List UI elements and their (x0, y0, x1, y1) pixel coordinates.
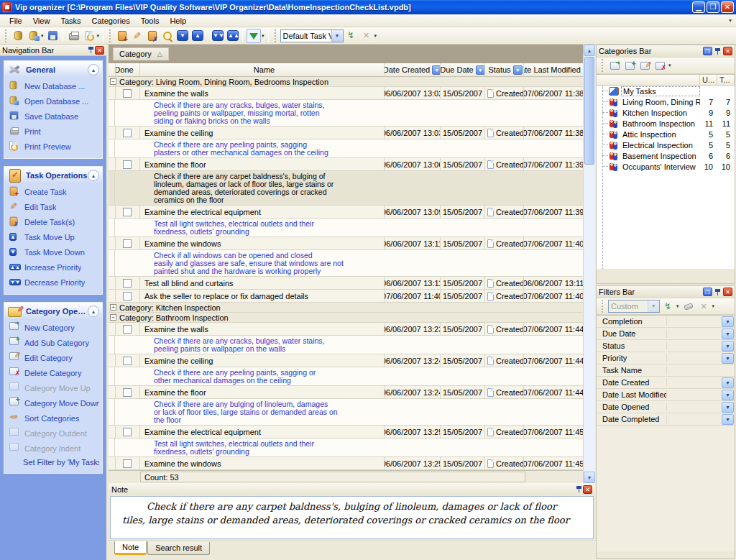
collapse-icon[interactable]: − (110, 314, 116, 321)
nav-item-print[interactable]: Print (4, 124, 102, 139)
nav-item-task-move-down[interactable]: ▼ Task Move Down (4, 244, 102, 260)
menu-tasks[interactable]: Tasks (55, 16, 86, 26)
filter-dropdown-icon[interactable]: ▼ (722, 353, 734, 364)
collapse-icon[interactable]: − (110, 78, 116, 85)
find-icon[interactable] (160, 29, 175, 43)
toolbar-overflow-icon[interactable]: ▾ (729, 17, 732, 24)
column-header-name[interactable]: Name (140, 63, 385, 76)
task-note-row[interactable]: Check if there are any peeling paints, s… (109, 139, 583, 158)
task-view-combobox[interactable]: Default Task View ▼ (280, 29, 344, 42)
done-checkbox[interactable] (123, 160, 132, 169)
pin-icon[interactable] (714, 288, 722, 296)
restore-panel-icon[interactable]: ❐ (703, 288, 712, 296)
category-tree-item[interactable]: Attic Inspection 5 5 (597, 129, 735, 139)
pin-icon[interactable] (575, 485, 583, 493)
done-checkbox[interactable] (123, 279, 132, 288)
task-row[interactable]: Examine the walls 06/06/2007 13:23 15/05… (109, 323, 583, 336)
open-database-icon[interactable] (26, 29, 40, 43)
filter-value[interactable] (667, 389, 722, 400)
task-move-up-icon[interactable]: ▲ (190, 29, 205, 43)
task-row[interactable]: Examine the ceiling 06/06/2007 13:24 15/… (109, 354, 583, 367)
category-tree-item[interactable]: Basement Inspection 6 6 (597, 150, 735, 161)
nav-section-header[interactable]: General ▲ (4, 61, 102, 78)
save-database-icon[interactable] (46, 29, 60, 43)
nav-section-header[interactable]: Task Operations ▲ (4, 167, 102, 184)
task-row[interactable]: Examine the floor 06/06/2007 13:24 15/05… (109, 386, 583, 399)
scroll-down-icon[interactable]: ▼ (584, 472, 595, 483)
pin-icon[interactable] (714, 47, 722, 55)
nav-item-decrease-priority[interactable]: ▼▼ Decrease Priority (4, 275, 102, 290)
nav-item-delete-task-s-[interactable]: Delete Task(s) (4, 214, 102, 229)
filter-icon[interactable] (247, 29, 261, 43)
category-row[interactable]: − Category: Living Room, Dining Room, Be… (109, 77, 583, 87)
filter-dropdown-icon[interactable]: ▼ (722, 377, 734, 388)
scroll-up-icon[interactable]: ▲ (584, 45, 595, 56)
nav-item-sort-categories[interactable]: Sort Categories (4, 410, 102, 426)
filters-toolbar-overflow-icon[interactable]: ▾ (712, 303, 715, 309)
close-panel-icon[interactable]: ✕ (583, 485, 592, 494)
menu-help[interactable]: Help (165, 16, 191, 26)
menu-file[interactable]: File (4, 16, 27, 26)
close-panel-icon[interactable]: ✕ (723, 47, 732, 55)
apply-view-icon[interactable] (344, 29, 359, 43)
collapse-section-icon[interactable]: ▲ (88, 64, 99, 75)
column-filter-dropdown-icon[interactable]: ▼ (476, 65, 485, 75)
nav-item-open-database-[interactable]: Open Database ... (4, 93, 102, 109)
filter-dropdown-icon[interactable]: ▾ (262, 33, 264, 39)
nav-section-header[interactable]: Category Operations ▲ (4, 303, 102, 320)
task-note-row[interactable]: Check if there are any peeling paints, s… (109, 367, 583, 386)
note-content[interactable]: Check if there are any carpet baldness's… (110, 496, 594, 539)
collapse-section-icon[interactable]: ▲ (88, 306, 99, 317)
task-row[interactable]: Examine the windows 06/06/2007 13:11 15/… (109, 237, 583, 250)
expand-icon[interactable]: + (110, 304, 116, 311)
close-panel-icon[interactable]: ✕ (95, 46, 104, 55)
filter-dropdown-icon[interactable]: ▼ (722, 329, 734, 339)
nav-item-print-preview[interactable]: Print Preview (4, 139, 102, 154)
nav-item-create-task[interactable]: Create Task (4, 184, 102, 199)
category-tree-item[interactable]: Bathroom Inspection 11 11 (597, 118, 735, 129)
filter-preset-dropdown-icon[interactable]: ▼ (648, 300, 659, 312)
menu-categories[interactable]: Categories (87, 16, 135, 26)
nav-item-category-indent[interactable]: Category Indent (4, 441, 102, 456)
menu-tools[interactable]: Tools (136, 16, 165, 26)
nav-item-increase-priority[interactable]: ▲▲ Increase Priority (4, 260, 102, 275)
print-preview-icon[interactable] (82, 29, 96, 43)
filter-value[interactable] (667, 401, 722, 413)
edit-task-icon[interactable] (130, 29, 144, 43)
filter-dropdown-icon[interactable]: ▼ (722, 316, 734, 327)
minimize-button[interactable]: ▁ (692, 1, 705, 13)
done-checkbox[interactable] (123, 388, 132, 397)
filter-preset-combobox[interactable]: Custom ▼ (608, 300, 660, 313)
filter-value[interactable] (667, 377, 722, 388)
task-move-down-icon[interactable]: ▼ (175, 29, 190, 43)
filter-dropdown-icon[interactable]: ▼ (722, 390, 734, 400)
edit-category-icon[interactable] (638, 59, 652, 72)
done-checkbox[interactable] (123, 325, 132, 334)
category-tree-item[interactable]: My Tasks (597, 86, 735, 96)
new-category-icon[interactable] (608, 59, 622, 72)
task-note-row[interactable]: Test all light switches, electrical outl… (109, 219, 583, 237)
filter-value[interactable] (667, 328, 722, 339)
category-tree-item[interactable]: Living Room, Dining Room, Bedrooms Inspe… (597, 96, 735, 107)
pin-icon[interactable] (87, 46, 95, 54)
task-row[interactable]: Examine the windows 06/06/2007 13:25 15/… (109, 457, 583, 470)
column-header-date-created[interactable]: Date Created▼ (385, 63, 441, 76)
done-checkbox[interactable] (123, 292, 132, 300)
restore-panel-icon[interactable]: ❐ (703, 47, 712, 55)
task-note-row[interactable]: Test all light switches, electrical outl… (109, 439, 583, 457)
nav-item-task-move-up[interactable]: ▲ Task Move Up (4, 229, 102, 244)
delete-category-icon[interactable] (653, 59, 667, 72)
close-panel-icon[interactable]: ✕ (723, 288, 732, 296)
column-header-status[interactable]: Status▼ (485, 63, 524, 76)
table-vertical-scrollbar[interactable]: ▲ ▼ (583, 45, 595, 483)
filter-value[interactable] (667, 364, 735, 376)
filter-options-dropdown-icon[interactable]: ▾ (676, 303, 679, 309)
task-note-row[interactable]: Check if there are any bulging of linole… (109, 399, 583, 426)
tab-search-result[interactable]: Search result (147, 542, 210, 555)
clear-filter-icon[interactable]: ✕ (697, 300, 711, 313)
menu-view[interactable]: View (28, 16, 55, 26)
task-row[interactable]: Examine the electrical equipment 06/06/2… (109, 426, 583, 439)
print-preview-dropdown-icon[interactable]: ▾ (97, 33, 100, 39)
column-t[interactable]: T... (717, 75, 735, 85)
filter-dropdown-icon[interactable]: ▼ (722, 341, 734, 352)
